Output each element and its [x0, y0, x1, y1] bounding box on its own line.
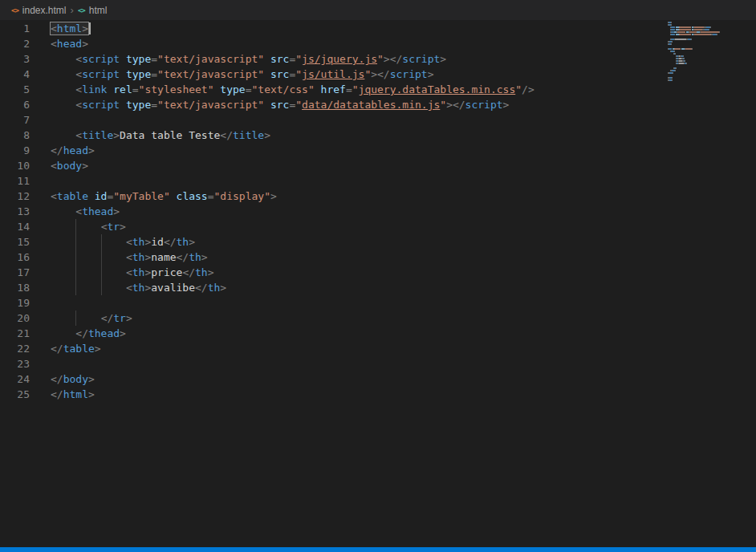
line-number[interactable]: 9 — [0, 143, 30, 158]
line-number[interactable]: 25 — [0, 387, 30, 402]
line-number[interactable]: 6 — [0, 97, 30, 112]
code-line[interactable]: 11 — [0, 173, 756, 189]
breadcrumb-file[interactable]: index.html — [22, 5, 67, 16]
line-number[interactable]: 5 — [0, 82, 30, 97]
code-line[interactable]: 19 — [0, 295, 756, 310]
minimap[interactable] — [668, 22, 732, 82]
code-text: <link rel="stylesheet" type="text/css" h… — [30, 82, 534, 97]
code-line[interactable]: 25</html> — [0, 387, 756, 402]
code-line[interactable]: 6 <script type="text/javascript" src="da… — [0, 97, 756, 112]
html-tag-icon: <> — [78, 6, 85, 14]
line-number[interactable]: 8 — [0, 128, 30, 143]
code-line[interactable]: 3 <script type="text/javascript" src="js… — [0, 51, 756, 67]
code-text: </body> — [30, 371, 95, 387]
line-number[interactable]: 4 — [0, 67, 30, 82]
indent-guide — [101, 234, 102, 250]
code-line[interactable]: 9</head> — [0, 143, 756, 158]
code-text: </thead> — [30, 326, 126, 341]
code-line[interactable]: 22</table> — [0, 341, 756, 356]
code-line[interactable]: 1<html> — [0, 21, 756, 36]
line-number[interactable]: 2 — [0, 36, 30, 51]
line-number[interactable]: 12 — [0, 189, 30, 204]
code-line[interactable]: 12<table id="myTable" class="display"> — [0, 189, 756, 204]
line-number[interactable]: 18 — [0, 280, 30, 295]
code-text: <table id="myTable" class="display"> — [30, 189, 277, 204]
indent-guide — [75, 310, 76, 326]
line-number[interactable]: 10 — [0, 158, 30, 173]
code-line[interactable]: 7 — [0, 112, 756, 128]
code-line[interactable]: 8 <title>Data table Teste</title> — [0, 128, 756, 143]
code-line[interactable]: 15 <th>id</th> — [0, 234, 756, 250]
code-text: <th>name</th> — [30, 250, 208, 265]
code-line[interactable]: 24</body> — [0, 371, 756, 387]
code-text: <th>price</th> — [30, 265, 214, 280]
code-text: </tr> — [30, 310, 132, 326]
code-text: <script type="text/javascript" src="data… — [30, 97, 509, 112]
line-number[interactable]: 21 — [0, 326, 30, 341]
code-line[interactable]: 23 — [0, 356, 756, 371]
code-text: <body> — [30, 158, 88, 173]
code-text: <html> — [30, 21, 91, 36]
line-number[interactable]: 3 — [0, 51, 30, 67]
line-number[interactable]: 23 — [0, 356, 30, 371]
indent-guide — [101, 265, 102, 280]
code-text: </head> — [30, 143, 95, 158]
code-line[interactable]: 14 <tr> — [0, 219, 756, 234]
code-line[interactable]: 4 <script type="text/javascript" src="js… — [0, 67, 756, 82]
code-line[interactable]: 5 <link rel="stylesheet" type="text/css"… — [0, 82, 756, 97]
text-cursor — [89, 22, 91, 34]
code-text: <script type="text/javascript" src="js/j… — [30, 51, 446, 67]
line-number[interactable]: 11 — [0, 173, 30, 189]
breadcrumb: <> index.html › <> html — [0, 0, 756, 20]
breadcrumb-separator-icon: › — [71, 4, 74, 16]
code-line[interactable]: 13 <thead> — [0, 204, 756, 219]
line-number[interactable]: 17 — [0, 265, 30, 280]
line-number[interactable]: 14 — [0, 219, 30, 234]
code-text: <th>avalibe</th> — [30, 280, 226, 295]
indent-guide — [101, 280, 102, 295]
line-number[interactable]: 16 — [0, 250, 30, 265]
html-file-icon: <> — [11, 6, 18, 14]
line-number[interactable]: 13 — [0, 204, 30, 219]
line-number[interactable]: 24 — [0, 371, 30, 387]
code-line[interactable]: 17 <th>price</th> — [0, 265, 756, 280]
indent-guide — [101, 250, 102, 265]
line-number[interactable]: 19 — [0, 295, 30, 310]
code-text: </table> — [30, 341, 101, 356]
code-text: <script type="text/javascript" src="js/u… — [30, 67, 434, 82]
code-text: </html> — [30, 387, 95, 402]
line-number[interactable]: 7 — [0, 112, 30, 128]
line-number[interactable]: 15 — [0, 234, 30, 250]
status-bar — [0, 547, 756, 552]
indent-guide — [75, 234, 76, 250]
indent-guide — [75, 250, 76, 265]
code-text: <head> — [30, 36, 88, 51]
code-line[interactable]: 20 </tr> — [0, 310, 756, 326]
code-line[interactable]: 21 </thead> — [0, 326, 756, 341]
code-line[interactable]: 16 <th>name</th> — [0, 250, 756, 265]
code-text: <thead> — [30, 204, 120, 219]
line-number[interactable]: 22 — [0, 341, 30, 356]
code-text: <title>Data table Teste</title> — [30, 128, 270, 143]
matched-word-highlight: <html> — [51, 22, 88, 34]
indent-guide — [75, 280, 76, 295]
line-number[interactable]: 1 — [0, 21, 30, 36]
code-text: <th>id</th> — [30, 234, 195, 250]
code-line[interactable]: 10<body> — [0, 158, 756, 173]
code-line[interactable]: 2<head> — [0, 36, 756, 51]
breadcrumb-symbol-html[interactable]: html — [89, 5, 108, 16]
code-editor[interactable]: 1<html>2<head>3 <script type="text/javas… — [0, 20, 756, 402]
indent-guide — [75, 219, 76, 234]
indent-guide — [75, 265, 76, 280]
code-line[interactable]: 18 <th>avalibe</th> — [0, 280, 756, 295]
line-number[interactable]: 20 — [0, 310, 30, 326]
code-text: <tr> — [30, 219, 126, 234]
